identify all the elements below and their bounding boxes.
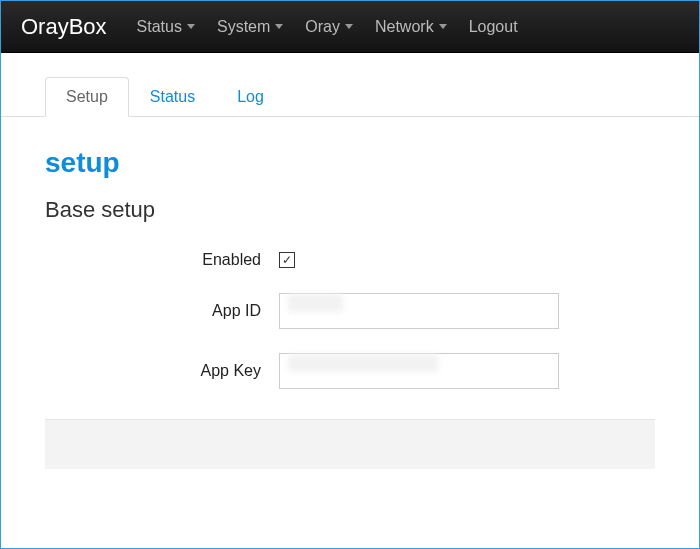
tab-log[interactable]: Log: [216, 77, 285, 117]
chevron-down-icon: [187, 24, 195, 29]
appkey-input[interactable]: xxxxxxxxxxxxxxx: [279, 353, 559, 389]
enabled-checkbox-wrap: ✓: [279, 252, 295, 268]
nav-status[interactable]: Status: [137, 18, 195, 36]
appkey-redacted: xxxxxxxxxxxxxxx: [288, 354, 438, 372]
row-appid: App ID xxxxx: [1, 293, 699, 329]
chevron-down-icon: [345, 24, 353, 29]
page-title: setup: [45, 147, 699, 179]
nav-oray-label: Oray: [305, 18, 340, 36]
nav-logout-label: Logout: [469, 18, 518, 36]
nav-oray[interactable]: Oray: [305, 18, 353, 36]
nav-network-label: Network: [375, 18, 434, 36]
chevron-down-icon: [275, 24, 283, 29]
footer-band: [45, 419, 655, 469]
enabled-checkbox[interactable]: ✓: [279, 252, 295, 268]
nav-status-label: Status: [137, 18, 182, 36]
nav-system-label: System: [217, 18, 270, 36]
tab-setup[interactable]: Setup: [45, 77, 129, 117]
nav-logout[interactable]: Logout: [469, 18, 518, 36]
row-enabled: Enabled ✓: [1, 251, 699, 269]
navbar: OrayBox Status System Oray Network Logou…: [1, 1, 699, 53]
tabs: Setup Status Log: [1, 77, 699, 117]
chevron-down-icon: [439, 24, 447, 29]
section-title: Base setup: [45, 197, 699, 223]
enabled-label: Enabled: [1, 251, 279, 269]
nav-network[interactable]: Network: [375, 18, 447, 36]
appid-input[interactable]: xxxxx: [279, 293, 559, 329]
brand: OrayBox: [21, 14, 107, 40]
appid-label: App ID: [1, 302, 279, 320]
nav-system[interactable]: System: [217, 18, 283, 36]
row-appkey: App Key xxxxxxxxxxxxxxx: [1, 353, 699, 389]
content: Setup Status Log setup Base setup Enable…: [1, 77, 699, 469]
appid-redacted: xxxxx: [288, 294, 343, 312]
appkey-label: App Key: [1, 362, 279, 380]
check-icon: ✓: [282, 254, 292, 266]
tab-status[interactable]: Status: [129, 77, 216, 117]
